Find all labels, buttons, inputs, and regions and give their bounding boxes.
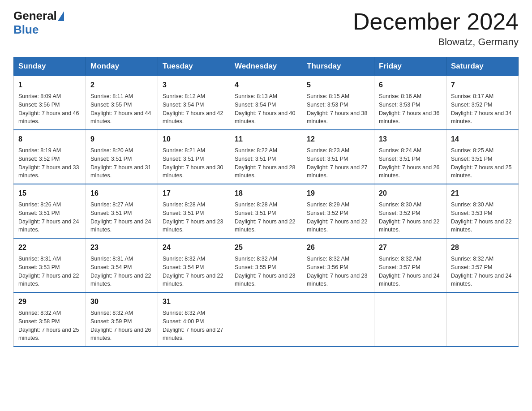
table-row: 8 Sunrise: 8:19 AM Sunset: 3:52 PM Dayli… [14, 130, 86, 184]
day-sunrise: Sunrise: 8:11 AM [90, 93, 133, 99]
day-sunset: Sunset: 3:52 PM [379, 210, 420, 216]
day-sunset: Sunset: 3:51 PM [90, 156, 132, 162]
table-row: 1 Sunrise: 8:09 AM Sunset: 3:56 PM Dayli… [14, 76, 86, 130]
calendar-week-row: 8 Sunrise: 8:19 AM Sunset: 3:52 PM Dayli… [14, 130, 519, 184]
table-row [446, 292, 519, 347]
day-sunset: Sunset: 3:52 PM [451, 102, 492, 108]
header-friday: Friday [374, 57, 446, 76]
day-sunrise: Sunrise: 8:22 AM [235, 147, 277, 154]
day-number: 3 [163, 80, 225, 90]
table-row: 19 Sunrise: 8:29 AM Sunset: 3:52 PM Dayl… [302, 184, 374, 238]
table-row: 28 Sunrise: 8:32 AM Sunset: 3:57 PM Dayl… [446, 238, 519, 292]
day-sunrise: Sunrise: 8:25 AM [451, 147, 493, 154]
day-daylight: Daylight: 7 hours and 22 minutes. [18, 273, 79, 287]
day-sunrise: Sunrise: 8:31 AM [18, 256, 61, 262]
day-number: 26 [307, 242, 369, 253]
table-row: 6 Sunrise: 8:16 AM Sunset: 3:53 PM Dayli… [374, 76, 446, 130]
calendar-week-row: 29 Sunrise: 8:32 AM Sunset: 3:58 PM Dayl… [14, 292, 519, 347]
day-sunset: Sunset: 3:54 PM [90, 264, 132, 270]
day-daylight: Daylight: 7 hours and 42 minutes. [163, 110, 223, 125]
day-sunset: Sunset: 3:51 PM [235, 156, 276, 162]
day-sunrise: Sunrise: 8:32 AM [163, 256, 205, 262]
day-number: 12 [307, 134, 369, 145]
table-row: 3 Sunrise: 8:12 AM Sunset: 3:54 PM Dayli… [158, 76, 230, 130]
day-daylight: Daylight: 7 hours and 33 minutes. [18, 164, 79, 179]
calendar-header-row: Sunday Monday Tuesday Wednesday Thursday… [14, 57, 519, 76]
day-sunset: Sunset: 3:53 PM [379, 102, 420, 108]
calendar-table: Sunday Monday Tuesday Wednesday Thursday… [13, 57, 519, 347]
table-row: 11 Sunrise: 8:22 AM Sunset: 3:51 PM Dayl… [230, 130, 302, 184]
table-row: 25 Sunrise: 8:32 AM Sunset: 3:55 PM Dayl… [230, 238, 302, 292]
day-number: 9 [90, 134, 153, 145]
day-sunrise: Sunrise: 8:32 AM [451, 256, 493, 262]
table-row: 17 Sunrise: 8:28 AM Sunset: 3:51 PM Dayl… [158, 184, 230, 238]
day-sunset: Sunset: 3:59 PM [90, 318, 132, 325]
table-row: 27 Sunrise: 8:32 AM Sunset: 3:57 PM Dayl… [374, 238, 446, 292]
day-sunset: Sunset: 3:56 PM [18, 102, 60, 108]
day-sunset: Sunset: 3:58 PM [18, 318, 60, 325]
table-row: 29 Sunrise: 8:32 AM Sunset: 3:58 PM Dayl… [14, 292, 86, 347]
day-daylight: Daylight: 7 hours and 26 minutes. [90, 327, 151, 342]
day-sunrise: Sunrise: 8:32 AM [18, 310, 61, 316]
day-sunset: Sunset: 3:55 PM [90, 102, 132, 108]
day-sunrise: Sunrise: 8:32 AM [90, 310, 133, 316]
day-daylight: Daylight: 7 hours and 23 minutes. [235, 273, 296, 287]
day-number: 23 [90, 242, 153, 253]
table-row: 10 Sunrise: 8:21 AM Sunset: 3:51 PM Dayl… [158, 130, 230, 184]
day-daylight: Daylight: 7 hours and 30 minutes. [163, 164, 223, 179]
day-sunset: Sunset: 3:51 PM [163, 210, 204, 216]
day-daylight: Daylight: 7 hours and 25 minutes. [451, 164, 512, 179]
day-number: 10 [163, 134, 225, 145]
calendar-week-row: 1 Sunrise: 8:09 AM Sunset: 3:56 PM Dayli… [14, 76, 519, 130]
day-sunrise: Sunrise: 8:13 AM [235, 93, 277, 99]
table-row: 26 Sunrise: 8:32 AM Sunset: 3:56 PM Dayl… [302, 238, 374, 292]
day-sunrise: Sunrise: 8:23 AM [307, 147, 349, 154]
day-number: 20 [379, 188, 442, 199]
day-sunset: Sunset: 3:51 PM [163, 156, 204, 162]
day-sunset: Sunset: 3:54 PM [163, 264, 204, 270]
day-sunrise: Sunrise: 8:24 AM [379, 147, 421, 154]
day-sunrise: Sunrise: 8:16 AM [379, 93, 421, 99]
table-row: 2 Sunrise: 8:11 AM Sunset: 3:55 PM Dayli… [86, 76, 158, 130]
table-row: 4 Sunrise: 8:13 AM Sunset: 3:54 PM Dayli… [230, 76, 302, 130]
day-sunrise: Sunrise: 8:12 AM [163, 93, 205, 99]
day-daylight: Daylight: 7 hours and 46 minutes. [18, 110, 79, 125]
day-sunset: Sunset: 3:54 PM [163, 102, 204, 108]
logo-blue-text: Blue [13, 23, 39, 37]
day-number: 8 [18, 134, 81, 145]
day-sunrise: Sunrise: 8:28 AM [163, 201, 205, 208]
table-row: 18 Sunrise: 8:28 AM Sunset: 3:51 PM Dayl… [230, 184, 302, 238]
title-area: December 2024 Blowatz, Germany [353, 9, 519, 48]
day-sunrise: Sunrise: 8:27 AM [90, 201, 133, 208]
table-row: 15 Sunrise: 8:26 AM Sunset: 3:51 PM Dayl… [14, 184, 86, 238]
day-number: 7 [451, 80, 514, 90]
table-row: 13 Sunrise: 8:24 AM Sunset: 3:51 PM Dayl… [374, 130, 446, 184]
table-row: 21 Sunrise: 8:30 AM Sunset: 3:53 PM Dayl… [446, 184, 519, 238]
day-daylight: Daylight: 7 hours and 27 minutes. [307, 164, 368, 179]
day-daylight: Daylight: 7 hours and 36 minutes. [379, 110, 440, 125]
day-daylight: Daylight: 7 hours and 34 minutes. [451, 110, 512, 125]
day-sunrise: Sunrise: 8:31 AM [90, 256, 133, 262]
table-row: 31 Sunrise: 8:32 AM Sunset: 4:00 PM Dayl… [158, 292, 230, 347]
day-daylight: Daylight: 7 hours and 22 minutes. [307, 218, 368, 233]
table-row: 24 Sunrise: 8:32 AM Sunset: 3:54 PM Dayl… [158, 238, 230, 292]
day-daylight: Daylight: 7 hours and 26 minutes. [379, 164, 440, 179]
day-sunrise: Sunrise: 8:19 AM [18, 147, 61, 154]
day-daylight: Daylight: 7 hours and 23 minutes. [307, 273, 368, 287]
day-daylight: Daylight: 7 hours and 24 minutes. [90, 218, 151, 233]
day-sunset: Sunset: 3:51 PM [379, 156, 420, 162]
day-number: 13 [379, 134, 442, 145]
table-row: 7 Sunrise: 8:17 AM Sunset: 3:52 PM Dayli… [446, 76, 519, 130]
day-number: 21 [451, 188, 514, 199]
day-daylight: Daylight: 7 hours and 22 minutes. [451, 218, 512, 233]
logo-general-text: General [13, 9, 57, 23]
header-monday: Monday [86, 57, 158, 76]
day-sunset: Sunset: 3:54 PM [235, 102, 276, 108]
day-number: 30 [90, 296, 153, 307]
day-number: 1 [18, 80, 81, 90]
day-sunset: Sunset: 3:57 PM [451, 264, 492, 270]
day-number: 2 [90, 80, 153, 90]
day-number: 31 [163, 296, 225, 307]
header-saturday: Saturday [446, 57, 519, 76]
day-sunset: Sunset: 3:53 PM [307, 102, 348, 108]
